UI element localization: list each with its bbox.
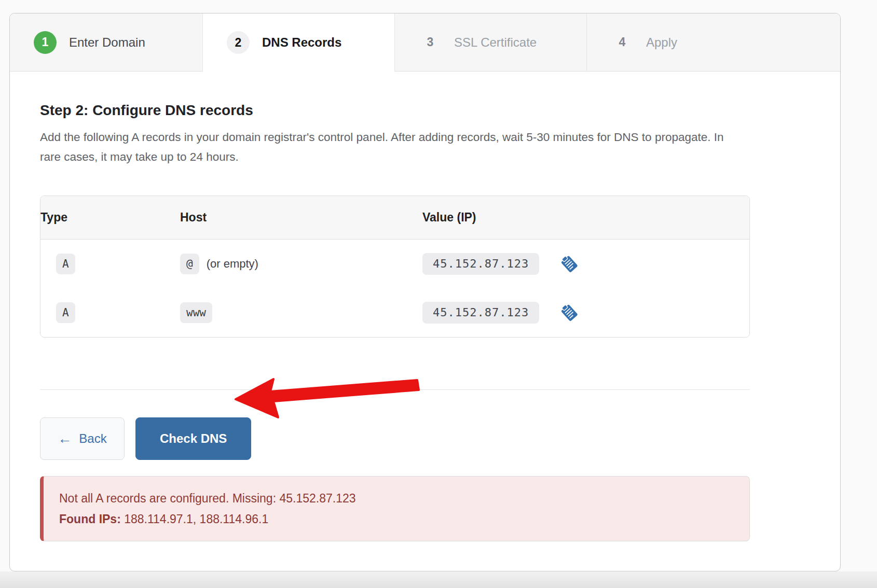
step-apply[interactable]: 4 Apply bbox=[587, 13, 840, 72]
step-2-circle: 2 bbox=[227, 31, 250, 54]
step-enter-domain[interactable]: 1 Enter Domain bbox=[10, 13, 203, 72]
table-row: A @(or empty) 45.152.87.123 bbox=[40, 240, 749, 288]
step-4-label: Apply bbox=[646, 35, 677, 50]
wizard-stepper: 1 Enter Domain 2 DNS Records 3 SSL Certi… bbox=[10, 13, 840, 72]
wizard-card: 1 Enter Domain 2 DNS Records 3 SSL Certi… bbox=[9, 13, 841, 571]
step-1-circle: 1 bbox=[34, 31, 57, 54]
back-button[interactable]: ← Back bbox=[40, 417, 125, 460]
record-ip-badge: 45.152.87.123 bbox=[422, 302, 539, 324]
step-3-label: SSL Certificate bbox=[454, 35, 537, 50]
record-host-note: (or empty) bbox=[207, 257, 258, 270]
clipboard-icon bbox=[559, 303, 579, 323]
found-ips-label: Found IPs: bbox=[59, 512, 121, 526]
copy-ip-button[interactable] bbox=[559, 254, 580, 274]
column-header-host: Host bbox=[180, 196, 422, 239]
record-host-badge: @ bbox=[180, 254, 199, 274]
table-header-row: Type Host Value (IP) bbox=[40, 196, 749, 240]
column-header-value: Value (IP) bbox=[422, 196, 749, 239]
record-ip-badge: 45.152.87.123 bbox=[422, 253, 539, 275]
step-dns-records[interactable]: 2 DNS Records bbox=[203, 13, 395, 72]
check-dns-button[interactable]: Check DNS bbox=[135, 417, 251, 460]
alert-line-found: Found IPs: 188.114.97.1, 188.114.96.1 bbox=[59, 509, 734, 529]
copy-ip-button[interactable] bbox=[559, 302, 580, 323]
record-host-badge: www bbox=[180, 302, 212, 323]
instructions-text: Add the following A records in your doma… bbox=[40, 128, 746, 167]
step-2-label: DNS Records bbox=[262, 35, 341, 50]
clipboard-icon bbox=[559, 254, 579, 274]
found-ips-value: 188.114.97.1, 188.114.96.1 bbox=[121, 512, 268, 526]
table-row: A www 45.152.87.123 bbox=[40, 288, 749, 337]
step-1-label: Enter Domain bbox=[69, 35, 145, 50]
step-3-circle: 3 bbox=[419, 31, 442, 54]
record-type-badge: A bbox=[56, 254, 75, 274]
step-ssl-certificate[interactable]: 3 SSL Certificate bbox=[395, 13, 587, 72]
dns-records-table: Type Host Value (IP) A @(or empty) 45.15… bbox=[40, 195, 750, 338]
page-bottom-edge bbox=[0, 571, 877, 588]
page-title: Step 2: Configure DNS records bbox=[40, 102, 750, 119]
left-arrow-icon: ← bbox=[58, 432, 72, 446]
section-divider bbox=[40, 389, 750, 390]
dns-error-alert: Not all A records are configured. Missin… bbox=[40, 476, 750, 541]
record-type-badge: A bbox=[56, 302, 75, 323]
step-4-circle: 4 bbox=[611, 31, 634, 54]
back-button-label: Back bbox=[79, 431, 106, 446]
column-header-type: Type bbox=[40, 196, 180, 239]
alert-line-missing: Not all A records are configured. Missin… bbox=[59, 488, 734, 509]
